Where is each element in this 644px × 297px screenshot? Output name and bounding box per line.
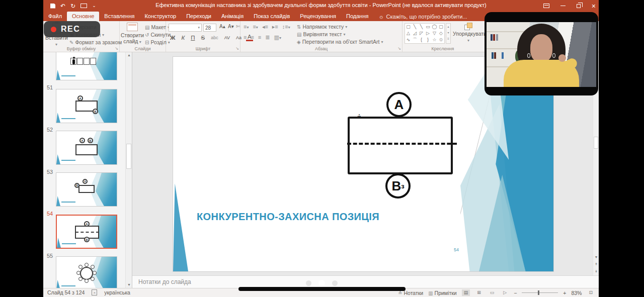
tab-insert[interactable]: Вставлення bbox=[99, 12, 139, 21]
scrollbar-thumb[interactable] bbox=[126, 144, 131, 169]
char-spacing-button[interactable]: AV bbox=[223, 35, 231, 40]
oval-shape-icon[interactable]: ◯ bbox=[431, 24, 438, 30]
spellcheck-icon[interactable]: × bbox=[92, 289, 97, 295]
shapes-gallery-scrollbar[interactable]: ▴▾≡ bbox=[446, 23, 451, 44]
corner-shape-icon[interactable]: ◸ bbox=[418, 30, 425, 37]
arrange-button[interactable]: Упорядкувати▾ bbox=[453, 23, 484, 43]
thumbnail-slide-51[interactable]: А В bbox=[56, 89, 117, 123]
bullets-icon[interactable]: ≡▾ bbox=[244, 24, 249, 30]
paragraph-dialog-launcher-icon[interactable]: ↘ bbox=[397, 46, 401, 51]
align-right-icon[interactable]: ≡ bbox=[258, 34, 261, 41]
bold-button[interactable]: Ж bbox=[169, 35, 177, 41]
thumbnail-slide-53[interactable]: А В bbox=[56, 172, 117, 207]
justify-icon[interactable]: ≣ bbox=[265, 34, 270, 41]
font-size-combo[interactable]: 28 bbox=[203, 24, 216, 32]
font-dialog-launcher-icon[interactable]: ↘ bbox=[235, 46, 239, 51]
zoom-handle[interactable] bbox=[538, 290, 539, 295]
thumbnail-slide-50[interactable] bbox=[56, 52, 117, 80]
zoom-in-icon[interactable]: + bbox=[563, 290, 566, 296]
notes-pane[interactable]: Нотатки до слайда bbox=[132, 275, 599, 288]
arrow-right-shape-icon[interactable]: ▷ bbox=[425, 30, 431, 37]
tab-home[interactable]: Основне bbox=[67, 12, 99, 21]
tab-review[interactable]: Рецензування bbox=[295, 12, 341, 21]
tab-transitions[interactable]: Переходи bbox=[181, 12, 216, 21]
curve-shape-icon[interactable]: ∿ bbox=[405, 37, 412, 43]
player-progress-bar[interactable] bbox=[238, 287, 406, 291]
tell-me-text: Скажіть, що потрібно зробити... bbox=[386, 14, 467, 20]
star2-shape-icon[interactable]: ✩ bbox=[438, 37, 444, 43]
right-triangle-shape-icon[interactable]: ◿ bbox=[412, 30, 418, 37]
brace-open-shape-icon[interactable]: { bbox=[418, 37, 425, 43]
previous-slide-icon[interactable]: ↟ bbox=[593, 261, 599, 267]
zoom-level[interactable]: 83% bbox=[571, 290, 582, 296]
fit-to-window-icon[interactable]: ⊡ bbox=[587, 289, 595, 296]
line-spacing-icon[interactable]: ↕≡▾ bbox=[282, 24, 290, 30]
grow-font-icon[interactable]: A▴ bbox=[218, 24, 227, 29]
format-painter-button[interactable]: ✎Формат за зразком bbox=[69, 39, 122, 45]
comments-toggle[interactable]: ▥ Примітки bbox=[428, 290, 456, 296]
align-center-icon[interactable]: ≡ bbox=[251, 34, 254, 41]
zoom-slider[interactable] bbox=[522, 292, 558, 293]
restore-icon[interactable] bbox=[577, 4, 581, 8]
minimize-icon[interactable] bbox=[560, 6, 566, 6]
strikethrough-button[interactable]: S bbox=[199, 35, 206, 41]
player-dot[interactable] bbox=[306, 280, 311, 286]
numbering-icon[interactable]: ≡▾ bbox=[253, 24, 258, 30]
diagram-rectangle[interactable] bbox=[348, 117, 453, 174]
clipboard-dialog-launcher-icon[interactable]: ↘ bbox=[115, 46, 118, 51]
select-shape-icon[interactable]: ▢ bbox=[405, 24, 412, 30]
arrow-shape-icon[interactable]: ╲ bbox=[418, 24, 425, 30]
columns-icon[interactable]: ▥▾ bbox=[274, 34, 281, 41]
triangle-shape-icon[interactable]: △ bbox=[405, 30, 412, 37]
smartart-button[interactable]: ◈Перетворити на об'єкт SmartArt▾ bbox=[297, 39, 383, 45]
zoom-out-icon[interactable]: − bbox=[514, 290, 517, 296]
language-indicator[interactable]: українська bbox=[104, 289, 130, 295]
tab-design[interactable]: Конструктор bbox=[139, 12, 181, 21]
player-dot-active[interactable] bbox=[318, 280, 325, 286]
star-shape-icon[interactable]: ☆ bbox=[431, 37, 438, 43]
tab-slideshow[interactable]: Показ слайдів bbox=[249, 12, 295, 21]
close-icon[interactable]: × bbox=[592, 3, 596, 10]
rounded-rect-shape-icon[interactable]: ▢ bbox=[438, 24, 444, 30]
line-shape-icon[interactable]: ╲ bbox=[412, 24, 418, 30]
increase-indent-icon[interactable]: ▸≡ bbox=[272, 24, 278, 30]
editor-scrollbar-thumb[interactable] bbox=[594, 137, 598, 149]
thumbnail-slide-54-selected[interactable]: А В bbox=[56, 215, 117, 249]
reading-view-button[interactable]: ▭ bbox=[488, 289, 497, 296]
italic-button[interactable]: К bbox=[180, 35, 186, 41]
thumbnail-slide-52[interactable]: А В bbox=[56, 131, 117, 165]
thumbnail-slide-55[interactable] bbox=[56, 256, 117, 288]
tab-file[interactable]: Файл bbox=[43, 12, 67, 21]
font-name-combo[interactable]: ▾ bbox=[169, 24, 202, 32]
slide-title[interactable]: КОНКУРЕНТНО-ЗАХИСНА ПОЗИЦІЯ bbox=[197, 211, 379, 223]
tab-view[interactable]: Подання bbox=[341, 12, 373, 21]
next-slide-icon[interactable]: ↡ bbox=[593, 268, 599, 274]
tell-me-box[interactable]: ☼ Скажіть, що потрібно зробити... bbox=[378, 12, 467, 21]
diagram-circle-a[interactable]: А bbox=[386, 92, 412, 117]
text-shadow-button[interactable]: abc bbox=[209, 35, 220, 40]
decrease-indent-icon[interactable]: ◂≡ bbox=[262, 24, 268, 30]
rectangle-shape-icon[interactable]: ▭ bbox=[425, 24, 431, 30]
scroll-down-icon[interactable]: ▼ bbox=[593, 254, 599, 260]
webcam-overlay[interactable] bbox=[485, 12, 598, 95]
slide-sorter-view-button[interactable]: ⊞ bbox=[475, 289, 483, 296]
align-text-button[interactable]: ▤Вирівняти текст▾ bbox=[297, 31, 345, 37]
player-dot[interactable] bbox=[332, 280, 338, 286]
normal-view-button[interactable]: ▤ bbox=[462, 289, 470, 296]
underline-button[interactable]: П bbox=[189, 35, 196, 41]
tab-animations[interactable]: Анімація bbox=[216, 12, 249, 21]
slideshow-view-button[interactable]: ▷ bbox=[501, 289, 509, 296]
scribble-shape-icon[interactable]: ⌒ bbox=[412, 37, 418, 43]
diamond-shape-icon[interactable]: ◇ bbox=[438, 30, 444, 37]
new-slide-button[interactable]: Створити слайд ▾ bbox=[121, 23, 144, 44]
arrow-down-shape-icon[interactable]: ▽ bbox=[431, 30, 438, 37]
align-left-icon[interactable]: ≡ bbox=[244, 34, 247, 41]
text-direction-button[interactable]: ⇅Напрямок тексту▾ bbox=[297, 24, 347, 30]
ribbon-display-options-icon[interactable] bbox=[543, 4, 549, 8]
thumbnail-scrollbar[interactable]: ▲ ▼ bbox=[125, 52, 132, 288]
group-slides: Створити слайд ▾ ▤Макет▾ ↺Скинути ⊟Розді… bbox=[120, 21, 166, 52]
shapes-gallery[interactable]: ▢ ╲ ╲ ▭ ◯ ▢ △ ◿ ◸ ▷ ▽ ◇ ∿ ⌒ { } ☆ ✩ bbox=[405, 23, 445, 44]
brace-close-shape-icon[interactable]: } bbox=[425, 37, 431, 43]
diagram-circle-b[interactable]: Вз bbox=[385, 173, 411, 199]
move-cursor: ↔↕ bbox=[356, 112, 363, 119]
